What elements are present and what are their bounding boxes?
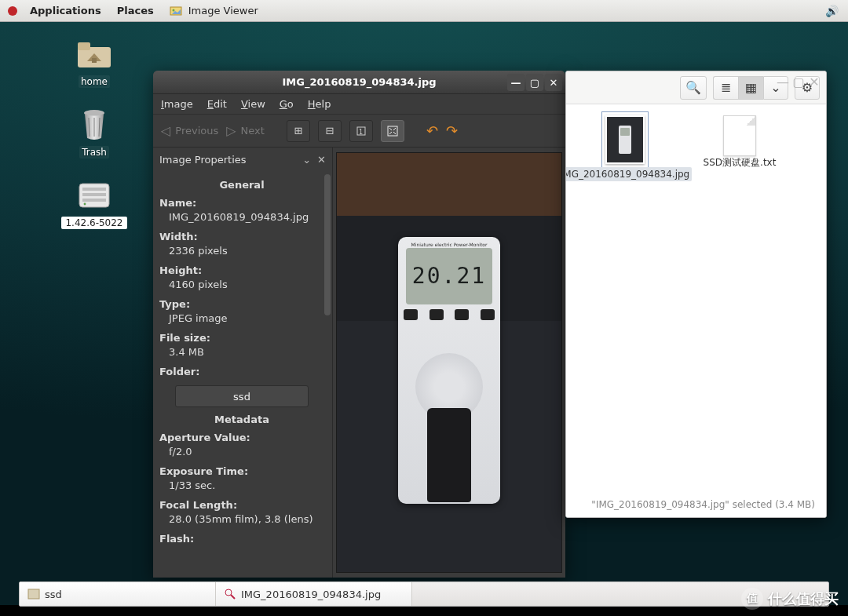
list-view-button[interactable]: ≣ xyxy=(713,76,738,100)
panel-close-icon[interactable]: ✕ xyxy=(317,154,326,166)
meter-lcd-reading: 20.21 xyxy=(406,248,492,304)
label-folder: Folder: xyxy=(159,366,324,377)
text-document-icon xyxy=(723,115,756,156)
taskbar-entry-label: IMG_20160819_094834.jpg xyxy=(241,589,381,600)
value-filesize: 3.4 MB xyxy=(159,344,324,358)
svg-rect-10 xyxy=(82,199,106,202)
maximize-button[interactable]: ▢ xyxy=(526,74,543,91)
svg-rect-4 xyxy=(78,42,90,50)
label-aperture: Aperture Value: xyxy=(159,432,324,443)
value-type: JPEG image xyxy=(159,310,324,324)
label-filesize: File size: xyxy=(159,332,324,344)
label-type: Type: xyxy=(159,298,324,310)
properties-scrollbar[interactable] xyxy=(324,174,331,315)
zoom-normal-button[interactable]: 1 xyxy=(349,120,373,142)
taskbar-entry-label: ssd xyxy=(45,589,62,600)
label-flash: Flash: xyxy=(159,533,324,545)
drive-icon xyxy=(75,176,113,213)
svg-rect-9 xyxy=(82,193,106,196)
section-general: General xyxy=(159,179,324,191)
files-minimize-button[interactable]: — xyxy=(776,75,790,89)
file-item-label: SSD测试硬盘.txt xyxy=(704,156,777,169)
files-browser-body[interactable]: IMG_20160819_094834.jpg SSD测试硬盘.txt "IMG… xyxy=(566,104,826,517)
value-height: 4160 pixels xyxy=(159,276,324,290)
viewer-toolbar: ◁Previous ▷Next ⊞ ⊟ 1 ↶ ↷ xyxy=(153,115,565,148)
value-aperture: f/2.0 xyxy=(159,443,324,457)
value-focal: 28.0 (35mm film), 3.8 (lens) xyxy=(159,511,324,525)
panel-collapse-icon[interactable]: ⌄ xyxy=(302,154,311,166)
search-icon: 🔍 xyxy=(685,80,701,95)
displayed-photo: Miniature electric Power-Monitor 20.21 xyxy=(336,152,562,573)
zoom-out-button[interactable]: ⊟ xyxy=(318,120,342,142)
files-close-button[interactable]: ✕ xyxy=(807,75,821,89)
places-menu[interactable]: Places xyxy=(111,0,160,22)
folder-button[interactable]: ssd xyxy=(175,385,309,407)
meter-brand-label: Miniature electric Power-Monitor xyxy=(398,242,500,247)
menu-help[interactable]: Help xyxy=(308,98,331,110)
file-item-text[interactable]: SSD测试硬盘.txt xyxy=(696,115,783,169)
properties-panel-title: Image Properties xyxy=(159,154,247,166)
svg-point-2 xyxy=(172,9,174,11)
image-properties-panel: Image Properties ⌄ ✕ General Name:IMG_20… xyxy=(153,148,333,578)
desktop-trash-icon[interactable]: Trash xyxy=(75,105,113,159)
menu-view[interactable]: View xyxy=(241,98,265,110)
label-height: Height: xyxy=(159,264,324,276)
menu-go[interactable]: Go xyxy=(280,98,294,110)
value-name: IMG_20160819_094834.jpg xyxy=(159,209,324,223)
zoom-fit-button[interactable] xyxy=(381,120,404,142)
label-width: Width: xyxy=(159,231,324,242)
minimize-button[interactable]: — xyxy=(507,74,525,91)
taskbar-entry-viewer[interactable]: IMG_20160819_094834.jpg xyxy=(216,582,412,606)
chevron-left-icon: ◁ xyxy=(161,125,170,137)
watermark-text: 什么值得买 xyxy=(768,589,839,608)
svg-rect-8 xyxy=(82,188,106,191)
files-maximize-button[interactable]: ▢ xyxy=(791,75,806,89)
label-name: Name: xyxy=(159,197,324,209)
close-button[interactable]: ✕ xyxy=(545,74,562,91)
desktop-home-icon[interactable]: home xyxy=(75,35,113,88)
rotate-right-button[interactable]: ↷ xyxy=(446,122,458,139)
power-meter-device: Miniature electric Power-Monitor 20.21 xyxy=(398,237,500,504)
svg-point-11 xyxy=(84,203,86,206)
viewer-title: IMG_20160819_094834.jpg xyxy=(282,76,436,88)
file-item-image[interactable]: IMG_20160819_094834.jpg xyxy=(582,115,668,181)
image-viewer-icon xyxy=(224,588,236,600)
viewer-titlebar[interactable]: IMG_20160819_094834.jpg — ▢ ✕ xyxy=(153,71,565,94)
viewer-menubar: Image Edit View Go Help xyxy=(153,94,565,115)
svg-rect-14 xyxy=(388,126,397,136)
folder-home-icon xyxy=(75,35,113,72)
label-focal: Focal Length: xyxy=(159,499,324,511)
desktop-disk-label: 1.42.6-5022 xyxy=(61,217,126,229)
svg-rect-15 xyxy=(28,589,39,599)
files-window: — ▢ ✕ 🔍 ≣ ▦ ⌄ ⚙ IMG_20160819_094834.jpg … xyxy=(565,71,827,518)
next-button[interactable]: ▷Next xyxy=(226,125,265,137)
svg-line-17 xyxy=(231,595,235,599)
watermark: 值 什么值得买 xyxy=(741,588,839,610)
svg-point-16 xyxy=(225,589,232,596)
files-search-button[interactable]: 🔍 xyxy=(680,76,707,100)
label-exposure: Exposure Time: xyxy=(159,465,324,477)
chevron-right-icon: ▷ xyxy=(226,125,236,137)
active-app-indicator[interactable]: Image Viewer xyxy=(170,5,258,17)
volume-icon[interactable]: 🔊 xyxy=(825,5,839,17)
desktop-disk-icon[interactable]: 1.42.6-5022 xyxy=(61,176,126,229)
menu-image[interactable]: Image xyxy=(161,98,193,110)
menu-edit[interactable]: Edit xyxy=(207,98,227,110)
svg-rect-5 xyxy=(92,58,97,63)
section-metadata: Metadata xyxy=(159,414,324,425)
grid-view-button[interactable]: ▦ xyxy=(738,76,763,100)
top-panel: Applications Places Image Viewer 🔊 xyxy=(0,0,848,22)
applications-menu[interactable]: Applications xyxy=(24,0,108,22)
trash-icon xyxy=(75,105,113,143)
files-status-bar: "IMG_20160819_094834.jpg" selected (3.4 … xyxy=(588,498,818,511)
rotate-left-button[interactable]: ↶ xyxy=(426,122,438,139)
file-thumbnail-icon xyxy=(605,115,645,164)
value-exposure: 1/33 sec. xyxy=(159,477,324,491)
svg-text:1: 1 xyxy=(359,129,363,136)
previous-button[interactable]: ◁Previous xyxy=(161,125,218,137)
taskbar-entry-files[interactable]: ssd xyxy=(20,582,216,606)
zoom-in-button[interactable]: ⊞ xyxy=(287,120,310,142)
desktop-icons: home Trash 1.42.6-5022 xyxy=(55,35,133,229)
value-width: 2336 pixels xyxy=(159,242,324,257)
file-manager-icon xyxy=(27,588,40,600)
